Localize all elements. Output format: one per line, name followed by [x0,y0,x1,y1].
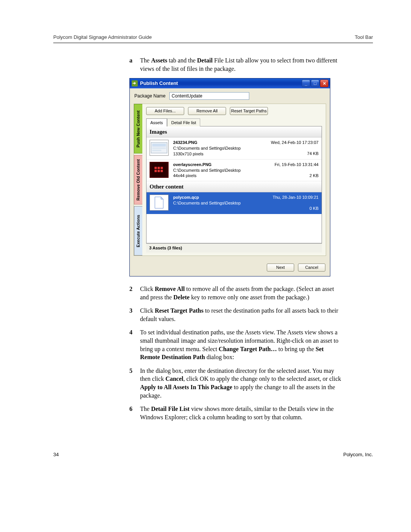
group-header-images: Images [147,126,322,137]
step-3: 3 Click Reset Target Paths to reset the … [129,307,342,323]
file-date: Fri, 19-Feb-10 13:31:44 [263,162,319,168]
svg-marker-12 [161,197,163,199]
step-num: 4 [129,328,140,361]
cancel-button[interactable]: Cancel [298,264,325,272]
list-item[interactable]: overlayscreen.PNG C:\Documents and Setti… [147,160,322,182]
status-assets-count: 3 Assets (3 files) [146,243,322,252]
step-num: 5 [129,367,140,399]
package-name-label: Package Name [134,93,166,99]
step-num: 6 [129,405,140,421]
svg-rect-7 [161,167,163,169]
file-dimensions: 44x44 pixels [173,173,259,179]
group-header-other: Other content [147,181,322,192]
thumbnail-icon [150,140,169,156]
list-item[interactable]: polycom.qcp C:\Documents and Settings\De… [147,192,322,214]
asset-list: Images 243234.PNG C:\Documents and Setti… [146,126,322,243]
header-right: Tool Bar [355,34,373,40]
window-title: Publish Content [140,80,302,87]
publish-content-window: Publish Content _ □ ✕ Package Name Push … [129,78,330,276]
svg-rect-10 [161,170,163,172]
header-left: Polycom Digital Signage Administrator Gu… [53,34,152,40]
step-5: 5 In the dialog box, enter the destinati… [129,367,342,399]
step-num: 2 [129,285,140,301]
file-name: overlayscreen.PNG [173,162,259,168]
thumbnail-icon [150,162,169,178]
step-a: a The Assets tab and the Detail File Lis… [129,56,342,73]
sidetab-execute-actions[interactable]: Execute Actions [134,206,142,256]
page-footer: 34 Polycom, Inc. [53,452,373,457]
step-num: 3 [129,307,140,323]
file-size: 2 KB [263,173,319,179]
page-number: 34 [53,452,59,457]
step-num: a [129,56,140,73]
reset-target-paths-button[interactable]: Reset Target Paths [230,107,268,115]
titlebar[interactable]: Publish Content _ □ ✕ [130,78,330,88]
sidetab-remove-old-content[interactable]: Remove Old Content [134,155,142,204]
svg-rect-5 [155,167,157,169]
company-name: Polycom, Inc. [343,452,373,457]
app-icon [132,80,138,86]
file-size: 0 KB [263,206,319,211]
file-path: C:\Documents and Settings\Desktop [173,168,259,173]
thumbnail-icon [150,195,169,211]
file-name: 243234.PNG [173,140,259,145]
file-date: Thu, 28-Jan-10 10:09:21 [263,195,319,200]
file-size: 74 KB [263,151,319,157]
header-divider [53,42,373,43]
sidetab-push-new-content[interactable]: Push New Content [134,104,142,153]
file-path: C:\Documents and Settings\Desktop [173,145,259,151]
remove-all-button[interactable]: Remove All [188,107,226,115]
svg-rect-8 [155,170,157,172]
file-dimensions: 1330x710 pixels [173,151,259,157]
tab-assets[interactable]: Assets [146,118,167,126]
package-name-input[interactable] [169,92,249,100]
add-files-button[interactable]: Add Files... [146,107,184,115]
minimize-button[interactable]: _ [302,80,310,87]
svg-rect-1 [152,144,166,147]
maximize-button[interactable]: □ [311,80,319,87]
file-name: polycom.qcp [173,195,259,200]
step-4: 4 To set individual destination paths, u… [129,328,342,361]
file-date: Wed, 24-Feb-10 17:23:07 [263,140,319,145]
svg-rect-2 [152,147,166,149]
svg-rect-9 [158,170,160,172]
svg-rect-6 [158,167,160,169]
svg-rect-3 [152,150,161,151]
close-button[interactable]: ✕ [320,80,328,87]
tab-detail-file-list[interactable]: Detail File list [167,118,200,126]
file-path: C:\Documents and Settings\Desktop [173,200,259,206]
page-header: Polycom Digital Signage Administrator Gu… [53,34,373,42]
step-2: 2 Click Remove All to remove all of the … [129,285,342,301]
step-6: 6 The Detail File List view shows more d… [129,405,342,421]
list-item[interactable]: 243234.PNG C:\Documents and Settings\Des… [147,137,322,160]
next-button[interactable]: Next [267,264,294,272]
